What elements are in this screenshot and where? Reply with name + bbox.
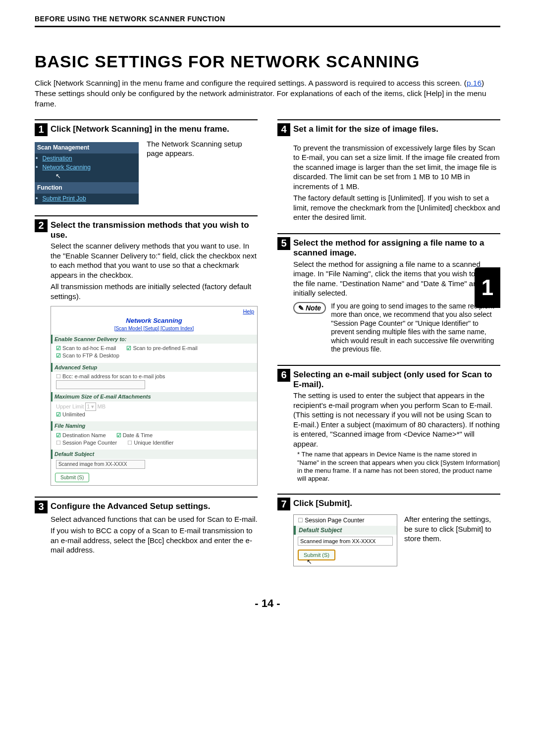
step-7-number: 7: [277, 498, 290, 510]
note-label: Note: [306, 304, 321, 312]
checkbox-session-page-counter-small[interactable]: ☐ Session Page Counter: [298, 517, 364, 524]
step-1: 1 Click [Network Scanning] in the menu f…: [35, 119, 258, 204]
step-4-divider: [277, 119, 500, 120]
step-2-para-1: Select the scanner delivery methods that…: [51, 241, 258, 280]
submit-region-screenshot: ☐ Session Page Counter Default Subject S…: [293, 514, 397, 566]
step-1-side-text: The Network Scanning setup page appears.: [147, 137, 258, 158]
upper-limit-unit: MB: [98, 403, 106, 409]
note-callout: ✎Note If you are going to send images to…: [293, 302, 500, 354]
checkbox-session-page-counter[interactable]: ☐ Session Page Counter: [56, 440, 117, 446]
step-2-title: Select the transmission methods that you…: [51, 219, 258, 241]
menu-heading-function: Function: [35, 182, 139, 194]
panel-title: Network Scanning: [51, 317, 257, 325]
checkbox-bcc[interactable]: ☐ Bcc: e-mail address for scan to e-mail…: [56, 373, 165, 379]
step-2-number: 2: [35, 219, 48, 232]
upper-limit-label: Upper Limit: [56, 403, 84, 409]
help-link[interactable]: Help: [51, 306, 257, 316]
step-6-title: Selecting an e-mail subject (only used f…: [293, 369, 500, 390]
step-3-para-1: Select advanced functions that can be us…: [51, 514, 258, 524]
step-6: 6 Selecting an e-mail subject (only used…: [277, 365, 500, 483]
menu-link-submit-print-job[interactable]: Submit Print Job: [40, 195, 86, 202]
checkbox-date-time[interactable]: ☑ Date & Time: [116, 432, 153, 438]
step-4-title: Set a limit for the size of image files.: [293, 123, 438, 134]
step-1-number: 1: [35, 123, 48, 136]
step-5-title: Select the method for assigning a file n…: [293, 237, 500, 258]
bcc-address-input[interactable]: [56, 380, 145, 389]
section-default-subject-small: Default Subject: [294, 526, 397, 535]
step-3-divider: [35, 497, 258, 498]
checkbox-unique-identifier[interactable]: ☐ Unique Identifier: [127, 440, 173, 446]
step-2: 2 Select the transmission methods that y…: [35, 215, 258, 486]
step-3-para-2: If you wish to BCC a copy of a Scan to E…: [51, 526, 258, 555]
step-3-title: Configure the Advanced Setup settings.: [51, 501, 210, 511]
default-subject-input[interactable]: Scanned image from XX-XXXX: [56, 460, 145, 469]
note-badge: ✎Note: [293, 302, 326, 314]
page-number: - 14 -: [35, 597, 500, 610]
chapter-tab: 1: [475, 267, 500, 308]
submit-button-highlighted[interactable]: Submit (S): [298, 550, 335, 560]
menu-link-destination[interactable]: Destination: [40, 155, 72, 162]
step-5-para-1: Select the method for assigning a file n…: [293, 259, 500, 298]
intro-text-a: Click [Network Scanning] in the menu fra…: [35, 79, 467, 87]
step-7: 7 Click [Submit]. ☐ Session Page Counter…: [277, 494, 500, 566]
running-header: BEFORE USING THE NETWORK SCANNER FUNCTIO…: [35, 15, 500, 23]
section-advanced-setup: Advanced Setup: [51, 363, 257, 372]
section-max-size: Maximum Size of E-mail Attachments: [51, 392, 257, 401]
step-7-side-text: After entering the settings, be sure to …: [404, 514, 500, 544]
step-4-para-1: To prevent the transmission of excessive…: [293, 143, 500, 192]
pencil-icon: ✎: [298, 304, 304, 312]
step-4-number: 4: [277, 123, 290, 136]
menu-link-network-scanning[interactable]: Network Scanning: [40, 164, 91, 171]
section-file-naming: File Naming: [51, 421, 257, 430]
step-3: 3 Configure the Advanced Setup settings.…: [35, 497, 258, 555]
step-6-para-1: The setting is used to enter the subject…: [293, 391, 500, 449]
step-6-number: 6: [277, 369, 290, 382]
network-scanning-config-panel: Help Network Scanning [Scan Mode] [Setup…: [51, 306, 258, 485]
step-1-divider: [35, 119, 258, 120]
step-7-divider: [277, 494, 500, 495]
step-5-divider: [277, 233, 500, 234]
panel-sublinks[interactable]: [Scan Mode] [Setup] [Custom Index]: [51, 325, 257, 332]
intro-page-link[interactable]: p.16: [467, 79, 482, 87]
menu-heading-scan-management: Scan Management: [35, 142, 139, 153]
checkbox-scan-predefined-email[interactable]: ☑ Scan to pre-defined E-mail: [126, 345, 197, 351]
step-7-title: Click [Submit].: [293, 498, 352, 508]
intro-paragraph: Click [Network Scanning] in the menu fra…: [35, 78, 500, 109]
header-divider: [35, 26, 500, 27]
step-5-number: 5: [277, 237, 290, 250]
cursor-icon: ↖: [55, 172, 138, 181]
upper-limit-select[interactable]: 1 ▾: [85, 403, 96, 411]
checkbox-scan-ftp-desktop[interactable]: ☑ Scan to FTP & Desktop: [56, 353, 119, 358]
cursor-icon: ↖: [307, 560, 393, 564]
checkbox-unlimited[interactable]: ☑ Unlimited: [56, 411, 85, 417]
step-6-divider: [277, 365, 500, 366]
default-subject-input-small[interactable]: Scanned image from XX-XXXX: [298, 537, 393, 546]
scan-management-menu: Scan Management Destination Network Scan…: [35, 142, 139, 204]
submit-button[interactable]: Submit (S): [55, 473, 89, 482]
step-2-para-2: All transmission methods are initially s…: [51, 282, 258, 301]
step-6-footnote: * The name that appears in Device Name i…: [297, 451, 500, 483]
note-text: If you are going to send images to the s…: [331, 302, 500, 354]
step-4: 4 Set a limit for the size of image file…: [277, 119, 500, 222]
section-default-subject: Default Subject: [51, 450, 257, 458]
step-2-divider: [35, 215, 258, 216]
section-enable-delivery: Enable Scanner Delivery to:: [51, 335, 257, 344]
step-1-title: Click [Network Scanning] in the menu fra…: [51, 123, 229, 134]
step-3-number: 3: [35, 501, 48, 513]
step-5: 5 Select the method for assigning a file…: [277, 233, 500, 354]
checkbox-destination-name[interactable]: ☑ Destination Name: [56, 432, 106, 438]
checkbox-scan-adhoc-email[interactable]: ☑ Scan to ad-hoc E-mail: [56, 345, 116, 351]
step-4-para-2: The factory default setting is [Unlimite…: [293, 193, 500, 222]
page-title: BASIC SETTINGS FOR NETWORK SCANNING: [35, 52, 500, 71]
